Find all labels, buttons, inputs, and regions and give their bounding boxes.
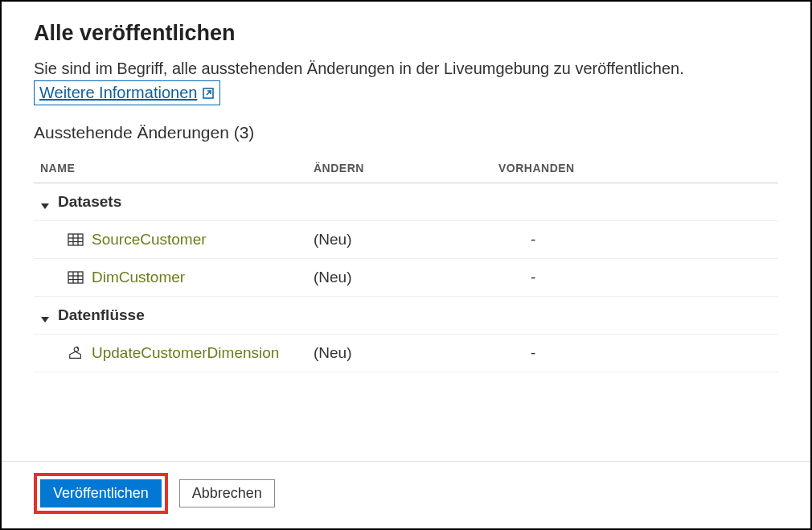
dataflow-icon [68,345,84,361]
group-label: Datenflüsse [58,306,145,324]
column-header-name: NAME [40,162,314,175]
group-row-datasets[interactable]: Datasets [34,183,778,221]
table-row: SourceCustomer (Neu) - [34,221,778,259]
caret-down-icon [40,310,50,320]
dataset-icon [68,232,84,248]
highlight-annotation: Veröffentlichen [34,473,168,514]
description-text: Sie sind im Begriff, alle ausstehenden Ä… [34,60,684,77]
svg-rect-2 [68,234,83,245]
item-name-link[interactable]: SourceCustomer [92,231,207,249]
group-label: Datasets [58,193,121,211]
group-row-dataflows[interactable]: Datenflüsse [34,297,778,335]
svg-marker-12 [41,317,49,323]
section-title: Ausstehende Änderungen (3) [34,123,778,142]
table-header: NAME ÄNDERN VORHANDEN [34,154,778,183]
svg-marker-1 [41,203,49,209]
table-row: DimCustomer (Neu) - [34,259,778,297]
item-change: (Neu) [314,269,498,286]
cancel-button[interactable]: Abbrechen [179,479,275,507]
item-name-link[interactable]: DimCustomer [92,269,185,286]
caret-down-icon [40,197,50,207]
dialog-description: Sie sind im Begriff, alle ausstehenden Ä… [34,57,778,105]
more-info-link[interactable]: Weitere Informationen [34,80,220,105]
item-exist: - [498,344,778,362]
changes-table: NAME ÄNDERN VORHANDEN Datasets [34,154,778,372]
svg-rect-7 [68,272,83,283]
column-header-exist: VORHANDEN [498,162,778,175]
item-change: (Neu) [314,344,498,362]
external-link-icon [202,87,215,100]
publish-button[interactable]: Veröffentlichen [40,479,162,507]
item-exist: - [498,231,778,249]
item-change: (Neu) [314,231,498,249]
more-info-label: Weitere Informationen [39,81,197,105]
dialog-title: Alle veröffentlichen [34,21,778,46]
dialog-footer: Veröffentlichen Abbrechen [2,461,810,528]
item-exist: - [498,269,778,286]
dataset-icon [68,269,84,286]
table-row: UpdateCustomerDimension (Neu) - [34,335,778,372]
item-name-link[interactable]: UpdateCustomerDimension [92,344,279,362]
column-header-change: ÄNDERN [314,162,498,175]
